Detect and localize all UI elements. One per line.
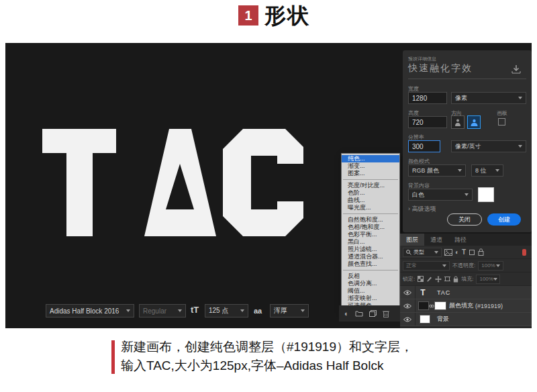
menu-item-levels[interactable]: 色阶... bbox=[342, 189, 399, 197]
layer-hex-value: (#191919) bbox=[475, 303, 503, 309]
anti-alias-select[interactable]: 浑厚 bbox=[270, 304, 309, 317]
font-style-select[interactable]: Regular bbox=[139, 304, 186, 317]
adjustment-layer-button[interactable]: ◐ bbox=[344, 310, 349, 317]
background-color-swatch[interactable] bbox=[478, 187, 494, 202]
filter-type-select[interactable]: 类型 bbox=[403, 248, 442, 257]
shape-layer-filter-icon[interactable] bbox=[469, 249, 475, 256]
lock-all-icon[interactable] bbox=[453, 276, 458, 283]
lock-transparent-icon[interactable] bbox=[418, 276, 424, 282]
resolution-unit-select[interactable]: 像素/英寸 bbox=[451, 140, 526, 152]
menu-item-black-white[interactable]: 黑白... bbox=[342, 238, 399, 246]
document-name-input[interactable]: 快速融化字效 bbox=[408, 62, 526, 79]
resolution-unit-value: 像素/英寸 bbox=[455, 142, 481, 151]
tab-paths[interactable]: 路径 bbox=[448, 234, 473, 246]
layer-row-tac[interactable]: T TAC bbox=[400, 286, 532, 299]
fill-select[interactable]: 100% bbox=[476, 275, 500, 284]
adjustment-layer-filter-icon[interactable]: ◐ bbox=[455, 249, 459, 256]
caption-line-2: 输入TAC,大小为125px,字体–Adidas Half Bolck bbox=[121, 357, 383, 375]
lock-move-icon[interactable] bbox=[435, 276, 442, 283]
blend-mode-select[interactable]: 正常 bbox=[403, 261, 450, 271]
menu-item-hue-saturation[interactable]: 色相/饱和度... bbox=[342, 224, 399, 231]
chevron-down-icon bbox=[518, 145, 522, 148]
lock-brush-icon[interactable] bbox=[426, 276, 432, 282]
menu-item-photo-filter[interactable]: 照片滤镜... bbox=[342, 246, 399, 253]
pixel-layer-filter-icon[interactable] bbox=[444, 249, 452, 256]
anti-alias-value: 浑厚 bbox=[274, 306, 287, 315]
height-input[interactable]: 720 bbox=[408, 116, 447, 128]
artboard-checkbox[interactable] bbox=[498, 118, 505, 126]
type-layer-filter-icon[interactable]: T bbox=[462, 249, 466, 256]
layer-mask-thumbnail[interactable] bbox=[434, 301, 446, 310]
photoshop-screenshot: Adidas Half Block 2016 Regular tT 125 点 … bbox=[5, 43, 532, 328]
preset-details-label: 预设详细信息 bbox=[408, 56, 436, 62]
layer-row-background[interactable]: 背景 bbox=[400, 313, 532, 326]
menu-separator bbox=[343, 213, 398, 214]
font-size-icon: tT bbox=[191, 305, 199, 315]
background-select[interactable]: 白色 bbox=[408, 189, 473, 201]
font-style-value: Regular bbox=[143, 307, 166, 315]
visibility-eye-icon[interactable] bbox=[400, 286, 416, 299]
menu-item-color-balance[interactable]: 色彩平衡... bbox=[342, 231, 399, 238]
adjustment-layer-menu: 纯色... 渐变... 图案... 亮度/对比度... 色阶... 曲线... … bbox=[341, 153, 400, 311]
menu-item-vibrance[interactable]: 自然饱和度... bbox=[342, 216, 399, 224]
chevron-down-icon bbox=[493, 278, 497, 281]
unit-select[interactable]: 像素 bbox=[451, 92, 526, 104]
menu-item-posterize[interactable]: 色调分离... bbox=[342, 280, 399, 287]
opacity-select[interactable]: 100% bbox=[478, 261, 503, 271]
save-preset-icon[interactable] bbox=[511, 65, 521, 74]
advanced-options-toggle[interactable]: › 高级选项 bbox=[408, 205, 436, 213]
filter-type-value: 类型 bbox=[413, 248, 424, 256]
tab-channels[interactable]: 通道 bbox=[424, 234, 448, 246]
font-size-select[interactable]: 125 点 bbox=[205, 304, 248, 317]
color-mode-value: RGB 颜色 bbox=[412, 166, 439, 175]
menu-item-brightness-contrast[interactable]: 亮度/对比度... bbox=[342, 182, 399, 189]
visibility-eye-icon[interactable] bbox=[400, 313, 416, 326]
canvas-text-tac bbox=[42, 129, 305, 238]
portrait-orientation-icon[interactable] bbox=[451, 115, 465, 129]
tab-layers[interactable]: 图层 bbox=[400, 234, 424, 246]
chevron-down-icon bbox=[301, 309, 305, 312]
menu-item-curves[interactable]: 曲线... bbox=[342, 197, 399, 204]
group-folder-button[interactable] bbox=[355, 310, 363, 317]
lock-artboard-icon[interactable] bbox=[444, 276, 450, 282]
mask-link-icon[interactable] bbox=[429, 303, 434, 309]
menu-item-pattern[interactable]: 图案... bbox=[342, 170, 399, 177]
filter-toggle-icon[interactable] bbox=[522, 249, 526, 256]
artboard-label: 画板 bbox=[497, 109, 507, 117]
font-family-select[interactable]: Adidas Half Block 2016 bbox=[46, 304, 134, 317]
advanced-arrow-icon: › bbox=[408, 205, 410, 212]
landscape-orientation-icon[interactable] bbox=[467, 115, 481, 129]
fill-layer-thumbnail[interactable] bbox=[418, 301, 429, 310]
color-mode-select[interactable]: RGB 颜色 bbox=[408, 164, 466, 177]
delete-layer-button[interactable] bbox=[383, 310, 389, 317]
menu-item-gradient[interactable]: 渐变... bbox=[342, 162, 399, 170]
menu-item-channel-mixer[interactable]: 通道混合器... bbox=[342, 253, 399, 260]
menu-item-threshold[interactable]: 阈值... bbox=[342, 287, 399, 295]
layer-name: TAC bbox=[437, 289, 450, 296]
menu-item-color-lookup[interactable]: 颜色查找... bbox=[342, 260, 399, 268]
new-layer-button[interactable] bbox=[369, 310, 377, 317]
close-button[interactable]: 关闭 bbox=[447, 213, 482, 226]
font-family-value: Adidas Half Block 2016 bbox=[50, 307, 119, 315]
chevron-down-icon bbox=[518, 97, 522, 99]
resolution-input[interactable]: 300 bbox=[408, 140, 440, 152]
menu-item-gradient-map[interactable]: 渐变映射... bbox=[342, 295, 399, 302]
page: 1 形状 Adidas Half Block 2016 Regular tT 1… bbox=[0, 0, 537, 392]
opacity-value: 100% bbox=[481, 262, 495, 268]
menu-item-exposure[interactable]: 曝光度... bbox=[342, 204, 399, 211]
layer-row-color-fill[interactable]: 颜色填充 (#191919) bbox=[400, 299, 532, 313]
bit-depth-select[interactable]: 8 位 bbox=[471, 164, 503, 177]
search-icon bbox=[406, 250, 411, 255]
background-layer-thumbnail[interactable] bbox=[420, 315, 430, 324]
layer-name: 颜色填充 bbox=[449, 301, 473, 310]
smart-object-filter-icon[interactable] bbox=[478, 248, 484, 256]
create-button[interactable]: 创建 bbox=[487, 213, 521, 226]
menu-item-solid-color[interactable]: 纯色... bbox=[342, 155, 399, 162]
caption-line-1: 新建画布，创建纯色调整层（#191919）和文字层， bbox=[121, 338, 413, 356]
fill-value: 100% bbox=[479, 276, 493, 282]
width-input[interactable]: 1280 bbox=[408, 92, 447, 104]
menu-item-invert[interactable]: 反相 bbox=[342, 273, 399, 280]
visibility-eye-icon[interactable] bbox=[400, 299, 416, 312]
layers-panel: 图层 通道 路径 类型 ◐ T bbox=[400, 234, 532, 328]
lock-row: 锁定: 填充: 100% bbox=[400, 273, 532, 286]
